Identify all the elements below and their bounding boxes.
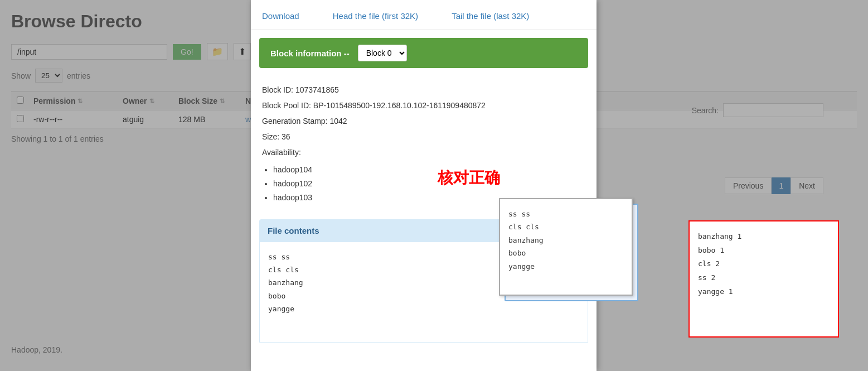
popup2-line-2: bobo 1 [698, 244, 830, 258]
block-details: Block ID: 1073741865 Block Pool ID: BP-1… [251, 76, 597, 211]
block-info-bar: Block information -- Block 0 Block 1 [259, 38, 588, 68]
popup-container-2: banzhang 1 bobo 1 cls 2 ss 2 yangge 1 [688, 220, 839, 338]
modal-top-links: Download Head the file (first 32K) Tail … [251, 0, 597, 30]
block-select[interactable]: Block 0 Block 1 [358, 45, 407, 61]
popup2-line-4: ss 2 [698, 271, 830, 285]
popup2-line-3: cls 2 [698, 257, 830, 271]
annotation-text: 核对正确 [438, 167, 500, 189]
head-file-link[interactable]: Head the file (first 32K) [333, 11, 418, 21]
popup2-line-5: yangge 1 [698, 285, 830, 299]
block-info-label: Block information -- [270, 49, 350, 58]
popup1-line-5: yangge [508, 260, 623, 273]
generation-stamp: Generation Stamp: 1042 [262, 113, 585, 129]
download-link[interactable]: Download [262, 11, 299, 21]
tail-file-link[interactable]: Tail the file (last 32K) [452, 11, 529, 21]
modal: Download Head the file (first 32K) Tail … [251, 0, 597, 371]
host-1: hadoop104 [273, 163, 585, 177]
popup1-line-2: cls cls [508, 220, 623, 233]
popup-window-front: ss ss cls cls banzhang bobo yangge [499, 198, 633, 296]
host-2: hadoop102 [273, 177, 585, 191]
block-id: Block ID: 1073741865 [262, 82, 585, 98]
popup2-line-1: banzhang 1 [698, 230, 830, 244]
availability-label: Availability: [262, 144, 585, 160]
block-pool-id: Block Pool ID: BP-1015489500-192.168.10.… [262, 98, 585, 113]
popup1-line-4: bobo [508, 247, 623, 259]
block-size: Size: 36 [262, 129, 585, 144]
popup1-line-3: banzhang [508, 234, 623, 247]
popup1-line-1: ss ss [508, 208, 623, 220]
popup-container-1: ss ss cls cls banzhang bobo yangge [499, 198, 649, 310]
